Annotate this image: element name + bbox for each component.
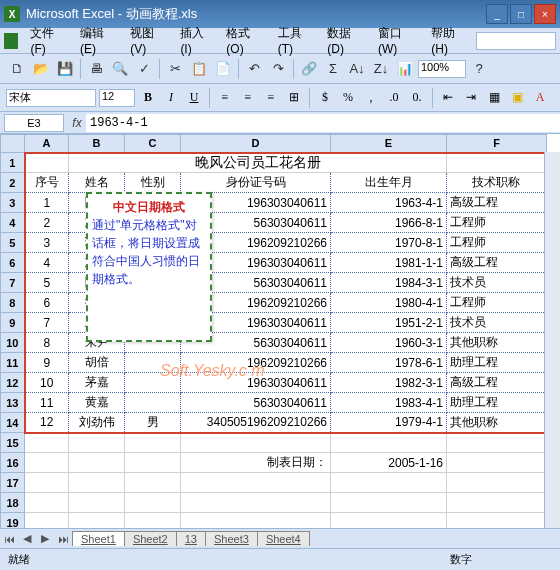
cell-dob[interactable]: 1984-3-1 — [331, 273, 447, 293]
col-header-B[interactable]: B — [69, 135, 125, 153]
sort-desc-icon[interactable]: Z↓ — [370, 58, 392, 80]
cell-id[interactable]: 196209210266 — [181, 353, 331, 373]
row-header[interactable]: 10 — [1, 333, 25, 353]
cell-dob[interactable]: 1979-4-1 — [331, 413, 447, 433]
select-all-corner[interactable] — [1, 135, 25, 153]
cell-title[interactable]: 助理工程 — [447, 353, 547, 373]
callout-box[interactable]: 中文日期格式 通过"单元格格式"对话框，将日期设置成符合中国人习惯的日期格式。 — [86, 192, 212, 342]
vertical-scrollbar[interactable] — [544, 152, 560, 528]
col-header-E[interactable]: E — [331, 135, 447, 153]
footer-date[interactable]: 2005-1-16 — [331, 453, 447, 473]
table-header[interactable]: 序号 — [25, 173, 69, 193]
bold-button[interactable]: B — [138, 88, 158, 108]
menu-data[interactable]: 数据(D) — [321, 23, 370, 58]
row-header[interactable]: 9 — [1, 313, 25, 333]
zoom-select[interactable]: 100% — [418, 60, 466, 78]
tab-nav-prev[interactable]: ◀ — [18, 532, 36, 545]
cell-sex[interactable] — [125, 373, 181, 393]
cell-title[interactable]: 工程师 — [447, 293, 547, 313]
cell-dob[interactable]: 1966-8-1 — [331, 213, 447, 233]
cell-title[interactable]: 工程师 — [447, 233, 547, 253]
cell-seq[interactable]: 3 — [25, 233, 69, 253]
menu-file[interactable]: 文件(F) — [24, 23, 72, 58]
cell-seq[interactable]: 4 — [25, 253, 69, 273]
cell-name[interactable]: 胡倍 — [69, 353, 125, 373]
cell-sex[interactable] — [125, 393, 181, 413]
indent-inc-icon[interactable]: ⇥ — [461, 88, 481, 108]
print-icon[interactable]: 🖶 — [85, 58, 107, 80]
cell[interactable] — [25, 153, 69, 173]
sheet-title[interactable]: 晚风公司员工花名册 — [69, 153, 447, 173]
align-center-icon[interactable]: ≡ — [238, 88, 258, 108]
link-icon[interactable]: 🔗 — [298, 58, 320, 80]
cell-dob[interactable]: 1980-4-1 — [331, 293, 447, 313]
percent-icon[interactable]: % — [338, 88, 358, 108]
cell-title[interactable]: 其他职称 — [447, 333, 547, 353]
row-header[interactable]: 1 — [1, 153, 25, 173]
cell-dob[interactable]: 1981-1-1 — [331, 253, 447, 273]
tab-nav-next[interactable]: ▶ — [36, 532, 54, 545]
row-header[interactable]: 18 — [1, 493, 25, 513]
font-name-select[interactable]: 宋体 — [6, 89, 96, 107]
cell-title[interactable]: 高级工程 — [447, 193, 547, 213]
align-right-icon[interactable]: ≡ — [261, 88, 281, 108]
row-header[interactable]: 7 — [1, 273, 25, 293]
sort-asc-icon[interactable]: A↓ — [346, 58, 368, 80]
italic-button[interactable]: I — [161, 88, 181, 108]
comma-icon[interactable]: , — [361, 88, 381, 108]
cell[interactable] — [181, 473, 331, 493]
table-header[interactable]: 技术职称 — [447, 173, 547, 193]
merge-icon[interactable]: ⊞ — [284, 88, 304, 108]
cell[interactable] — [125, 493, 181, 513]
cell-dob[interactable]: 1983-4-1 — [331, 393, 447, 413]
name-box[interactable]: E3 — [4, 114, 64, 132]
spell-icon[interactable]: ✓ — [133, 58, 155, 80]
cell-sex[interactable] — [125, 353, 181, 373]
preview-icon[interactable]: 🔍 — [109, 58, 131, 80]
cell[interactable] — [331, 473, 447, 493]
cell-seq[interactable]: 9 — [25, 353, 69, 373]
cell[interactable] — [447, 493, 547, 513]
row-header[interactable]: 8 — [1, 293, 25, 313]
cell[interactable] — [69, 513, 125, 529]
menu-view[interactable]: 视图(V) — [124, 23, 172, 58]
row-header[interactable]: 14 — [1, 413, 25, 433]
font-color-icon[interactable]: A — [530, 88, 550, 108]
ask-question-input[interactable] — [476, 32, 556, 50]
cell[interactable] — [447, 513, 547, 529]
col-header-C[interactable]: C — [125, 135, 181, 153]
col-header-A[interactable]: A — [25, 135, 69, 153]
cell-seq[interactable]: 7 — [25, 313, 69, 333]
table-header[interactable]: 出生年月 — [331, 173, 447, 193]
table-header[interactable]: 性别 — [125, 173, 181, 193]
cell-dob[interactable]: 1951-2-1 — [331, 313, 447, 333]
close-button[interactable]: × — [534, 4, 556, 24]
dec-dec-icon[interactable]: 0. — [407, 88, 427, 108]
fx-icon[interactable]: fx — [68, 116, 86, 130]
sheet-tab[interactable]: 13 — [176, 531, 206, 546]
cell[interactable] — [181, 433, 331, 453]
redo-icon[interactable]: ↷ — [267, 58, 289, 80]
cell-seq[interactable]: 5 — [25, 273, 69, 293]
cell-seq[interactable]: 8 — [25, 333, 69, 353]
cell[interactable] — [447, 453, 547, 473]
cell-dob[interactable]: 1978-6-1 — [331, 353, 447, 373]
worksheet-grid[interactable]: ABCDEF1晚风公司员工花名册2序号姓名性别身份证号码出生年月技术职称31陈一… — [0, 134, 560, 528]
cell-sex[interactable]: 男 — [125, 413, 181, 433]
chart-icon[interactable]: 📊 — [394, 58, 416, 80]
open-icon[interactable]: 📂 — [30, 58, 52, 80]
cell[interactable] — [69, 473, 125, 493]
menu-insert[interactable]: 插入(I) — [174, 23, 218, 58]
cell[interactable] — [447, 433, 547, 453]
undo-icon[interactable]: ↶ — [243, 58, 265, 80]
cell-name[interactable]: 刘劲伟 — [69, 413, 125, 433]
tab-nav-last[interactable]: ⏭ — [54, 533, 72, 545]
cell[interactable] — [125, 433, 181, 453]
row-header[interactable]: 19 — [1, 513, 25, 529]
row-header[interactable]: 13 — [1, 393, 25, 413]
cell-title[interactable]: 助理工程 — [447, 393, 547, 413]
cell-title[interactable]: 技术员 — [447, 313, 547, 333]
help-icon[interactable]: ? — [468, 58, 490, 80]
cell[interactable] — [25, 493, 69, 513]
cell[interactable] — [125, 513, 181, 529]
